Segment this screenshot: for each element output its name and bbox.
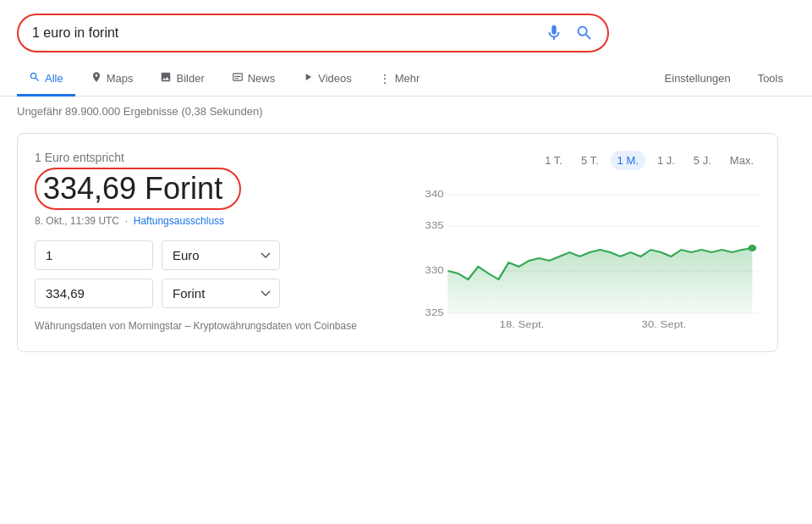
conversion-result: 334,69 Forint <box>35 168 241 210</box>
chart-tab-max[interactable]: Max. <box>723 151 760 170</box>
search-area <box>0 0 812 63</box>
chart-tab-1j[interactable]: 1 J. <box>650 151 682 170</box>
svg-text:18. Sept.: 18. Sept. <box>500 319 545 330</box>
tab-videos-label: Videos <box>318 72 352 85</box>
timestamp: 8. Okt., 11:39 UTC · Haftungsausschluss <box>35 215 390 227</box>
from-currency-select[interactable]: Euro <box>162 240 280 270</box>
einstellungen-label: Einstellungen <box>665 72 731 85</box>
tab-maps-label: Maps <box>107 72 134 85</box>
converter-from-row: Euro <box>35 240 390 270</box>
from-value-input[interactable] <box>35 240 153 270</box>
card-left: 1 Euro entspricht 334,69 Forint 8. Okt.,… <box>35 151 390 334</box>
chart-tabs: 1 T. 5 T. 1 M. 1 J. 5 J. Max. <box>415 151 760 170</box>
chart-svg: 340 335 330 325 18. Sep <box>415 182 760 334</box>
tab-news[interactable]: News <box>220 63 288 97</box>
tab-mehr[interactable]: ⋮ Mehr <box>367 63 432 97</box>
search-bar[interactable] <box>17 14 609 52</box>
svg-text:330: 330 <box>425 265 444 276</box>
tab-maps[interactable]: Maps <box>79 63 145 97</box>
disclaimer-link[interactable]: Haftungsausschluss <box>134 215 224 227</box>
tab-bilder[interactable]: Bilder <box>148 63 216 97</box>
bilder-icon <box>160 71 172 85</box>
tab-einstellungen[interactable]: Einstellungen <box>653 63 743 96</box>
tools-label: Tools <box>758 72 783 85</box>
svg-text:325: 325 <box>425 307 444 318</box>
to-currency-select[interactable]: Forint <box>162 279 280 308</box>
search-icon[interactable] <box>575 24 594 42</box>
nav-tabs: Alle Maps Bilder News Videos ⋮ Mehr Eins… <box>0 63 812 97</box>
chart-tab-1m[interactable]: 1 M. <box>611 151 645 170</box>
mic-icon[interactable] <box>545 24 563 42</box>
news-icon <box>232 71 244 85</box>
svg-point-8 <box>749 245 757 251</box>
timestamp-text: 8. Okt., 11:39 UTC <box>35 215 119 227</box>
tab-videos[interactable]: Videos <box>290 63 364 97</box>
converter-to-row: Forint <box>35 279 390 308</box>
tab-alle-label: Alle <box>45 72 63 85</box>
to-value-input[interactable] <box>35 279 153 308</box>
search-icon-group <box>545 24 594 42</box>
tab-alle[interactable]: Alle <box>17 63 75 97</box>
tab-news-label: News <box>248 72 276 85</box>
conversion-label: 1 Euro entspricht <box>35 151 390 164</box>
results-count-text: Ungefähr 89.900.000 Ergebnisse (0,38 Sek… <box>17 105 263 118</box>
tab-tools[interactable]: Tools <box>746 63 795 96</box>
converter-card: 1 Euro entspricht 334,69 Forint 8. Okt.,… <box>17 133 778 352</box>
alle-icon <box>29 71 41 85</box>
nav-right: Einstellungen Tools <box>653 63 795 95</box>
results-count: Ungefähr 89.900.000 Ergebnisse (0,38 Sek… <box>0 97 812 126</box>
mehr-icon: ⋮ <box>379 72 391 85</box>
tab-mehr-label: Mehr <box>395 72 420 85</box>
footnote: Währungsdaten von Morningstar – Kryptowä… <box>35 320 390 332</box>
chart-tab-5j[interactable]: 5 J. <box>687 151 718 170</box>
svg-text:340: 340 <box>425 189 444 200</box>
maps-icon <box>91 71 102 85</box>
card-inner: 1 Euro entspricht 334,69 Forint 8. Okt.,… <box>35 151 760 334</box>
videos-icon <box>302 71 314 85</box>
card-right: 1 T. 5 T. 1 M. 1 J. 5 J. Max. 340 <box>415 151 760 334</box>
chart-container: 340 335 330 325 18. Sep <box>415 182 760 334</box>
chart-tab-5t[interactable]: 5 T. <box>574 151 606 170</box>
svg-text:30. Sept.: 30. Sept. <box>642 319 687 330</box>
svg-text:335: 335 <box>425 220 444 231</box>
tab-bilder-label: Bilder <box>176 72 204 85</box>
search-input[interactable] <box>32 25 536 41</box>
chart-tab-1t[interactable]: 1 T. <box>538 151 569 170</box>
